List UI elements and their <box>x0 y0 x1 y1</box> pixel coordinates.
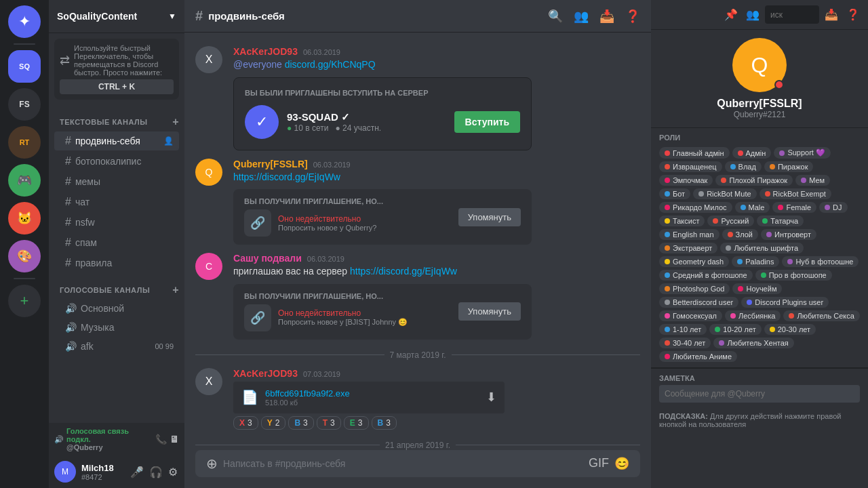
message-author[interactable]: Quberry[FSSLR] <box>233 159 308 169</box>
mention-button[interactable]: Упомянуть <box>458 208 521 226</box>
role-tag: Русский <box>707 216 754 226</box>
reaction[interactable]: E3 <box>344 416 369 430</box>
user-controls: 🎤 🎧 ⚙ <box>129 464 179 480</box>
role-tag: Любитель шрифта <box>720 243 804 253</box>
role-tag: 30-40 лет <box>659 338 711 348</box>
avatar: Q <box>195 159 222 186</box>
invite-info: 93-SQUAD ✓ ● 10 в сети ● 24 участн. <box>287 111 446 133</box>
download-icon[interactable]: ⬇ <box>486 390 496 405</box>
user-add-icon[interactable]: 👤 <box>163 136 174 146</box>
server-icon-fs[interactable]: FS <box>8 88 41 121</box>
server-header[interactable]: SoQualityContent ▼ <box>49 0 184 33</box>
emoji-icon[interactable]: 😊 <box>614 456 629 471</box>
channel-item-prodvin[interactable]: # продвинь-себя 👤 <box>54 131 179 150</box>
message-header: Quberry[FSSLR] 06.03.2019 <box>233 159 640 169</box>
settings-icon[interactable]: ⚙ <box>167 464 179 480</box>
deafen-icon[interactable]: 🎧 <box>148 464 164 480</box>
members-icon[interactable]: 👥 <box>574 9 589 24</box>
channel-sidebar: SoQualityContent ▼ ⇄ Используйте быстрый… <box>49 0 184 488</box>
message-content: @everyone discord.gg/KhCNqPQ <box>233 58 640 72</box>
members-toggle-icon[interactable]: 👥 <box>743 5 762 24</box>
reaction[interactable]: B3 <box>372 416 397 430</box>
server-icon-art[interactable]: 🎨 <box>8 240 41 272</box>
channel-item-chat[interactable]: # чат <box>54 192 179 211</box>
server-list: ✦ SQ FS RT 🎮 🐱 🎨 + <box>0 0 49 488</box>
chat-input[interactable] <box>223 450 589 477</box>
chat-input-box: ⊕ GIF 😊 <box>195 450 640 477</box>
role-tag: Средний в фотошопе <box>659 270 753 281</box>
role-tag: Male <box>735 202 770 213</box>
role-tag: Лесбиянка <box>725 310 781 321</box>
mention-button-2[interactable]: Упомянуть <box>458 302 521 321</box>
reaction[interactable]: T3 <box>317 416 341 430</box>
channel-item-memes[interactable]: # мемы <box>54 172 179 191</box>
voice-channel-afk[interactable]: 🔊 afk 00 99 <box>54 338 179 355</box>
reaction[interactable]: Y2 <box>261 416 286 430</box>
role-tag: Гомосексуал <box>659 310 722 321</box>
server-icon-game[interactable]: 🎮 <box>8 164 41 197</box>
invite-link[interactable]: discord.gg/KhCNqPQ <box>285 59 376 70</box>
reaction[interactable]: X3 <box>233 416 258 430</box>
role-tag: Татарча <box>757 216 804 226</box>
roles-section: РОЛИ Главный адмін Адмін Support 💜 Извра… <box>651 128 868 368</box>
help-icon[interactable]: ❓ <box>625 9 640 24</box>
voice-channel-music[interactable]: 🔊 Музыка <box>54 319 179 336</box>
notes-input[interactable] <box>659 385 860 403</box>
role-tag: Любитель Секса <box>783 310 859 321</box>
server-divider-2 <box>14 278 35 279</box>
right-sidebar: 📌 👥 📥 ❓ Q Quberry[FSSLR] Quberry#2121 РО… <box>651 0 868 488</box>
search-input[interactable] <box>765 5 819 24</box>
reaction[interactable]: B3 <box>288 416 313 430</box>
voice-screen-share-icon[interactable]: 🖥 <box>170 434 179 445</box>
input-icons: GIF 😊 <box>589 456 629 471</box>
roles-title: РОЛИ <box>659 134 860 142</box>
message-author[interactable]: XAcKerJOD93 <box>233 46 298 57</box>
server-icon-sq[interactable]: SQ <box>8 50 41 83</box>
hash-icon: # <box>65 135 71 147</box>
role-tag: Влад <box>725 161 762 172</box>
profile-name: Quberry[FSSLR] <box>717 98 802 110</box>
main-content: # продвинь-себя 🔍 👥 📥 ❓ X XAcKerJOD93 06… <box>184 0 651 488</box>
channel-item-bots[interactable]: # ботопокалипис <box>54 152 179 171</box>
role-tag: Таксист <box>659 216 705 226</box>
channel-item-spam[interactable]: # спам <box>54 233 179 252</box>
date-divider: 7 марта 2019 г. <box>184 345 651 365</box>
message-group: С Сашу подвали 06.03.2019 приглашаю вас … <box>184 250 651 342</box>
discord-icon[interactable]: ✦ <box>8 5 41 38</box>
message-author[interactable]: XAcKerJOD93 <box>233 368 298 379</box>
join-server-button[interactable]: Вступить <box>454 111 520 133</box>
role-tag: Support 💜 <box>774 147 831 159</box>
add-channel-icon[interactable]: + <box>172 116 179 128</box>
message-content: https://discord.gg/EjIqWw <box>233 171 640 184</box>
attach-icon[interactable]: ⊕ <box>206 455 218 472</box>
chat-messages: X XAcKerJOD93 06.03.2019 @everyone disco… <box>184 33 651 450</box>
message-author[interactable]: Сашу подвали <box>233 253 302 264</box>
inbox-icon[interactable]: 📥 <box>599 9 614 24</box>
add-server-icon[interactable]: + <box>8 285 41 317</box>
server-dropdown-icon[interactable]: ▼ <box>168 12 176 21</box>
role-tag: RickBot Exempt <box>760 188 831 199</box>
role-tag: Photoshop God <box>659 283 730 294</box>
add-voice-channel-icon[interactable]: + <box>172 284 179 296</box>
voice-channel-main[interactable]: 🔊 Основной <box>54 300 179 317</box>
server-icon-rt[interactable]: RT <box>8 126 41 159</box>
voice-disconnect-icon[interactable]: 📞 <box>155 434 167 445</box>
gif-icon[interactable]: GIF <box>589 456 609 471</box>
role-tag: 10-20 лет <box>709 324 761 335</box>
reaction-bar: X3 Y2 B3 T3 E3 B3 <box>233 416 640 430</box>
server-icon-cat[interactable]: 🐱 <box>8 202 41 235</box>
mute-icon[interactable]: 🎤 <box>129 464 145 480</box>
user-avatar: M <box>54 461 76 483</box>
channel-item-rules[interactable]: # правила <box>54 253 179 272</box>
channel-item-nsfw[interactable]: # nsfw <box>54 213 179 232</box>
role-tag: English man <box>659 229 719 240</box>
tip-box: ПОДСКАЗКА: Для других действий нажмите п… <box>651 408 868 432</box>
hash-icon: # <box>65 216 71 228</box>
pin-icon[interactable]: 📌 <box>722 5 741 24</box>
role-tag: Discord Plugins user <box>741 297 829 308</box>
question-icon[interactable]: ❓ <box>844 5 863 24</box>
search-icon[interactable]: 🔍 <box>548 9 563 24</box>
message-header: Сашу подвали 06.03.2019 <box>233 253 640 264</box>
inbox-icon[interactable]: 📥 <box>822 5 841 24</box>
channel-title: продвинь-себя <box>208 10 285 22</box>
